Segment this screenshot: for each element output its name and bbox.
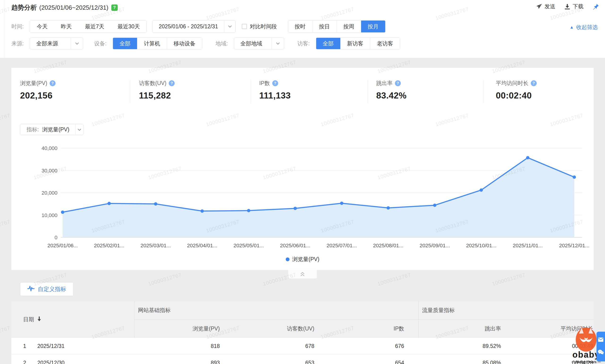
paper-plane-icon: [536, 3, 542, 10]
trend-area-chart: 010,00020,00030,00040,0002025/01/06...20…: [11, 142, 594, 253]
filter-row-dimensions: 来源: 全部来源 设备: 全部计算机移动设备 地域: 全部地域 访客: 全部新访…: [11, 38, 400, 49]
column-header-IP数[interactable]: IP数: [324, 319, 404, 338]
data-table-card: 日期 网站基础指标浏览量(PV)访客数(UV)IP数流量质量指标跳出率平均访问时…: [11, 301, 594, 364]
row-cell: 676: [324, 338, 404, 354]
source-select[interactable]: 全部来源: [30, 38, 83, 49]
visitor-新访客[interactable]: 新访客: [340, 38, 370, 49]
question-circle-icon[interactable]: ?: [50, 80, 55, 86]
row-date: 2025/12/31: [37, 338, 65, 354]
metric-select[interactable]: 指标: 浏览量(PV): [20, 124, 83, 135]
granularity-按月[interactable]: 按月: [361, 21, 385, 32]
floating-contact-widget[interactable]: [596, 332, 605, 361]
stat-value: 00:02:40: [496, 91, 537, 101]
stat-value: 83.42%: [376, 91, 407, 101]
svg-text:2025/03/01...: 2025/03/01...: [140, 243, 171, 248]
stat-3: IP数?111,133: [259, 80, 291, 101]
row-date: 2025/12/30: [37, 354, 65, 364]
quick-range-最近30天[interactable]: 最近30天: [111, 21, 146, 32]
pushpin-icon: [592, 3, 599, 10]
visitor-filter-label: 访客:: [297, 40, 310, 47]
svg-text:2025/01/06...: 2025/01/06...: [48, 243, 78, 248]
chevron-down-icon: [224, 21, 235, 32]
question-circle-icon[interactable]: ?: [169, 80, 175, 86]
visitor-全部[interactable]: 全部: [316, 38, 340, 49]
table-sort-date-header[interactable]: 日期: [23, 301, 42, 338]
svg-text:2025/05/01...: 2025/05/01...: [234, 243, 264, 248]
quick-range-最近7天[interactable]: 最近7天: [78, 21, 111, 32]
stat-value: 202,156: [20, 91, 55, 101]
custom-metric-button[interactable]: 自定义指标: [20, 282, 74, 296]
row-cell: 85.08%: [421, 354, 501, 364]
device-filter-label: 设备:: [94, 40, 106, 47]
date-range-value: 2025/01/06 - 2025/12/31: [153, 21, 224, 32]
stat-value: 115,282: [139, 91, 175, 101]
granularity-group: 按时按日按周按月: [288, 20, 385, 33]
column-header-跳出率[interactable]: 跳出率: [421, 319, 501, 338]
source-filter-label: 来源:: [11, 40, 24, 47]
svg-text:10,000: 10,000: [42, 212, 57, 218]
svg-text:2025/08/01...: 2025/08/01...: [373, 243, 403, 248]
visitor-老访客[interactable]: 老访客: [370, 38, 400, 49]
time-filter-label: 时间:: [11, 23, 24, 30]
svg-text:2025/04/01...: 2025/04/01...: [187, 243, 217, 248]
quick-range-group: 今天昨天最近7天最近30天: [30, 20, 146, 33]
row-cell: 818: [139, 338, 220, 354]
group-header-2: 流量质量指标: [422, 301, 455, 319]
svg-text:2025/11/01...: 2025/11/01...: [513, 243, 543, 248]
granularity-按周[interactable]: 按周: [337, 21, 361, 32]
page-date-range: (2025/01/06~2025/12/31): [39, 4, 108, 11]
collapse-filters-link[interactable]: ▲ 收起筛选: [570, 24, 598, 31]
question-circle-icon[interactable]: ?: [395, 80, 401, 86]
device-移动设备[interactable]: 移动设备: [167, 38, 202, 49]
double-chevron-up-icon: [299, 271, 306, 278]
pulse-icon: [27, 285, 35, 293]
svg-text:2025/02/01...: 2025/02/01...: [94, 243, 124, 248]
help-question-badge[interactable]: ?: [111, 4, 118, 11]
page-title: 趋势分析: [11, 3, 37, 12]
svg-text:2025/10/01...: 2025/10/01...: [466, 243, 496, 248]
region-filter-label: 地域:: [216, 40, 228, 47]
row-index: 2: [23, 354, 26, 364]
svg-text:2025/09/01...: 2025/09/01...: [420, 243, 450, 248]
svg-text:40,000: 40,000: [42, 145, 57, 151]
row-cell: 00:04:28: [513, 354, 593, 364]
table-row: 22025/12/3089365365485.08%00:04:28: [11, 354, 594, 364]
stat-2: 访客数(UV)?115,282: [139, 80, 175, 101]
device-全部[interactable]: 全部: [113, 38, 137, 49]
device-group: 全部计算机移动设备: [113, 38, 202, 49]
question-circle-icon[interactable]: ?: [272, 80, 278, 86]
envelope-icon[interactable]: [598, 337, 604, 343]
quick-range-今天[interactable]: 今天: [30, 21, 54, 32]
date-range-select[interactable]: 2025/01/06 - 2025/12/31: [152, 20, 236, 33]
svg-text:2025/06/01...: 2025/06/01...: [280, 243, 310, 248]
legend-dot-icon: [286, 258, 289, 261]
chevron-down-icon: [75, 124, 83, 135]
header-actions: 发送 下载: [536, 3, 599, 10]
stat-value: 111,133: [259, 91, 291, 101]
left-divider: [4, 0, 4, 58]
quick-range-昨天[interactable]: 昨天: [54, 21, 78, 32]
column-header-访客数(UV)[interactable]: 访客数(UV): [234, 319, 314, 338]
svg-text:2025/07/01...: 2025/07/01...: [327, 243, 357, 248]
device-计算机[interactable]: 计算机: [137, 38, 167, 49]
sort-descending-icon: [37, 316, 42, 323]
visitor-group: 全部新访客老访客: [316, 38, 400, 49]
row-cell: 00:03:49: [513, 338, 593, 354]
column-header-平均访问时长[interactable]: 平均访问时长: [513, 319, 593, 338]
question-circle-icon[interactable]: ?: [531, 80, 537, 86]
svg-text:20,000: 20,000: [42, 190, 57, 196]
granularity-按时[interactable]: 按时: [288, 21, 312, 32]
chart-legend[interactable]: 浏览量(PV): [11, 256, 594, 263]
send-button[interactable]: 发送: [536, 3, 555, 10]
wechat-icon[interactable]: [598, 349, 604, 356]
pin-button[interactable]: [592, 3, 599, 10]
region-select[interactable]: 全部地域: [234, 38, 284, 49]
granularity-按日[interactable]: 按日: [312, 21, 337, 32]
filter-row-time: 时间: 今天昨天最近7天最近30天 2025/01/06 - 2025/12/3…: [11, 20, 385, 33]
column-header-浏览量(PV)[interactable]: 浏览量(PV): [139, 319, 220, 338]
compare-period-checkbox[interactable]: 对比时间段: [242, 23, 277, 30]
table-row: 12025/12/3181867867689.52%00:03:49: [11, 338, 594, 354]
download-button[interactable]: 下载: [564, 3, 583, 10]
collapse-chart-tab[interactable]: [288, 270, 317, 279]
svg-text:0: 0: [55, 234, 57, 240]
